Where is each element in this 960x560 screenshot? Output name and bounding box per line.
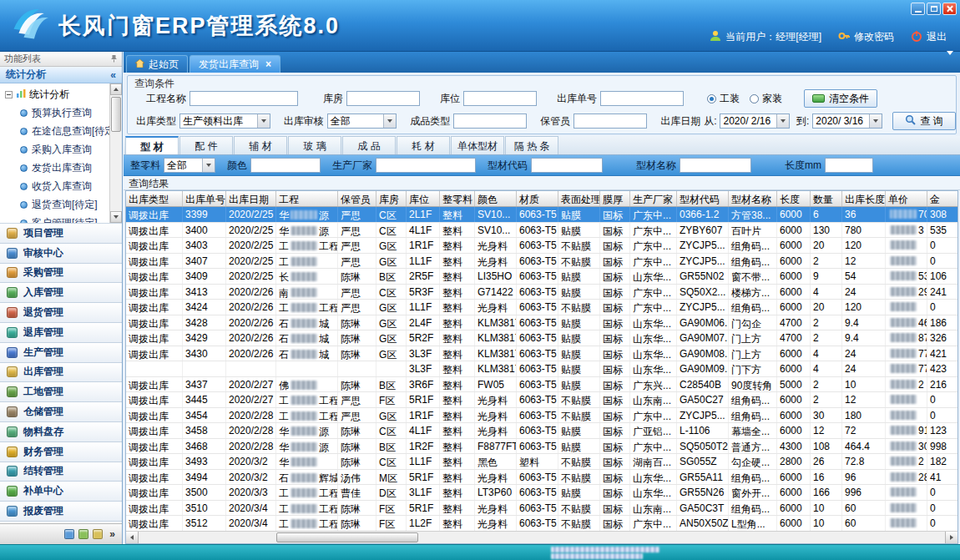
- column-header[interactable]: 生产厂家: [630, 191, 677, 206]
- date-to-picker[interactable]: 2020/ 3/16: [812, 114, 882, 129]
- table-row[interactable]: 调拨出库34682020/2/28华源陈琳B区1R2F整料F8877FT6063…: [126, 439, 957, 455]
- column-header[interactable]: 膜厚: [600, 191, 630, 206]
- material-tab[interactable]: 辅 材: [234, 136, 287, 154]
- table-row[interactable]: 调拨出库34002020/2/25华源严思C区4L1F整料SV10...6063…: [126, 223, 957, 239]
- column-header[interactable]: 出库单号: [183, 191, 226, 206]
- table-row[interactable]: 调拨出库35102020/3/4工工程陈琳F区5R1F整料光身料6063-T5不…: [126, 501, 957, 517]
- logout-button[interactable]: 退出: [911, 30, 947, 44]
- material-tab[interactable]: 耗 材: [397, 136, 450, 154]
- tree-root-statistics[interactable]: 统计分析: [0, 86, 122, 103]
- audit-select[interactable]: 全部: [327, 114, 397, 129]
- tree-item[interactable]: 退货查询[待定]: [0, 195, 122, 214]
- material-tab[interactable]: 隔 热 条: [505, 136, 558, 154]
- keeper-input[interactable]: [573, 114, 647, 129]
- table-row[interactable]: 调拨出库34452020/2/27工工程严思F区5R1F整料光身料6063-T5…: [126, 392, 957, 408]
- table-row[interactable]: 调拨出库33992020/2/25华源严思C区2L1F整料SV10...6063…: [126, 207, 957, 223]
- table-row[interactable]: 调拨出库34582020/2/28华源陈琳C区4L1F整料光身料6063-T5贴…: [126, 423, 957, 439]
- toolbar-icon[interactable]: [93, 529, 103, 539]
- sidebar-item[interactable]: 项目管理: [0, 224, 122, 244]
- sidebar-item[interactable]: 补单中心: [0, 482, 122, 502]
- scroll-left-button[interactable]: [126, 532, 139, 543]
- table-row[interactable]: 调拨出库34282020/2/26石城陈琳G区2L4F整料KLM38176063…: [126, 315, 957, 331]
- sidebar-item[interactable]: 采购管理: [0, 264, 122, 284]
- location-input[interactable]: [463, 91, 537, 106]
- collapse-icon[interactable]: «: [110, 69, 116, 81]
- change-password-button[interactable]: 修改密码: [838, 30, 894, 44]
- chevron-down-icon[interactable]: [869, 114, 882, 128]
- sidebar-item[interactable]: 财务管理: [0, 442, 122, 462]
- table-row[interactable]: 调拨出库34032020/2/25工工程严思G区1R1F整料光身料6063-T5…: [126, 238, 957, 254]
- table-row[interactable]: 调拨出库34942020/3/2石辉城汤伟M区5R1F整料光身料6063-T5不…: [126, 470, 957, 486]
- sidebar-item[interactable]: 结转管理: [0, 462, 122, 482]
- product-type-input[interactable]: [453, 114, 527, 129]
- table-row[interactable]: 调拨出库35002020/3/3工工程曹佳D区3L1F整料LT3P606063-…: [126, 485, 957, 501]
- maximize-button[interactable]: [927, 3, 941, 15]
- sidebar-item[interactable]: 出库管理: [0, 363, 122, 383]
- column-header[interactable]: 出库日期: [226, 191, 276, 206]
- chevron-down-icon[interactable]: [383, 114, 396, 128]
- order-no-input[interactable]: [600, 91, 684, 106]
- sidebar-item[interactable]: 退货管理: [0, 303, 122, 323]
- column-header[interactable]: 单价: [886, 191, 927, 206]
- close-button[interactable]: [942, 3, 957, 15]
- warehouse-input[interactable]: [346, 91, 420, 106]
- material-tab[interactable]: 单体型材: [451, 136, 504, 154]
- table-row[interactable]: 调拨出库34302020/2/26石城陈琳G区3L3F整料KLM38176063…: [126, 346, 957, 362]
- toolbar-icon[interactable]: [78, 529, 88, 539]
- column-header[interactable]: 库房: [376, 191, 407, 206]
- out-type-select[interactable]: 生产领料出库: [179, 114, 270, 129]
- tree-scrollbar[interactable]: [109, 83, 122, 223]
- column-header[interactable]: 颜色: [475, 191, 517, 206]
- radio-gongzhuang[interactable]: 工装: [707, 92, 740, 106]
- tree-item[interactable]: 客户管理[待定]: [0, 214, 122, 224]
- table-row[interactable]: 调拨出库34072020/2/25工严思G区1L1F整料光身料6063-T5不贴…: [126, 254, 957, 270]
- column-header[interactable]: 出库长度: [842, 191, 886, 206]
- project-name-input[interactable]: [189, 91, 298, 106]
- minimize-button[interactable]: [911, 3, 925, 15]
- column-header[interactable]: 型材代码: [677, 191, 729, 206]
- toolbar-icon[interactable]: [64, 529, 74, 539]
- column-header[interactable]: 表面处理: [558, 191, 600, 206]
- close-tab-icon[interactable]: ×: [265, 58, 271, 70]
- material-tab[interactable]: 成 品: [342, 136, 396, 154]
- horizontal-scrollbar[interactable]: [126, 531, 957, 543]
- material-tab[interactable]: 型 材: [125, 136, 179, 154]
- table-row[interactable]: 调拨出库34242020/2/26工工程严思G区1L1F整料光身料6063-T5…: [126, 300, 957, 315]
- table-row[interactable]: 调拨出库34542020/2/28工工程严思G区1R1F整料光身料6063-T5…: [126, 408, 957, 424]
- tab-list-dropdown-icon[interactable]: [947, 55, 953, 67]
- tree-item[interactable]: 预算执行查询: [0, 103, 122, 122]
- chevron-down-icon[interactable]: [257, 114, 270, 128]
- radio-jiazhuang[interactable]: 家装: [750, 92, 782, 106]
- column-header[interactable]: 材质: [517, 191, 558, 206]
- column-header[interactable]: 工程: [276, 191, 338, 206]
- tab-home[interactable]: 起始页: [126, 55, 188, 73]
- column-header[interactable]: 长度: [777, 191, 811, 206]
- date-from-picker[interactable]: 2020/ 2/16: [720, 114, 789, 129]
- sidebar-item[interactable]: 报废管理: [0, 502, 122, 522]
- table-row[interactable]: 3L3F整料KLM38176063-T5贴膜国标山东华...GA90M09...…: [126, 361, 957, 377]
- scroll-thumb[interactable]: [111, 97, 121, 132]
- material-tab[interactable]: 玻 璃: [288, 136, 341, 154]
- table-row[interactable]: 调拨出库35122020/3/4工工程陈琳F区1L2F整料光身料6063-T5不…: [126, 516, 957, 532]
- clear-conditions-button[interactable]: 清空条件: [804, 89, 877, 108]
- column-header[interactable]: 金: [927, 191, 958, 206]
- profile-code-input[interactable]: [531, 158, 603, 173]
- column-header[interactable]: 数量: [811, 191, 842, 206]
- whole-part-select[interactable]: 全部: [164, 158, 215, 173]
- tree-item[interactable]: 在途信息查询[待定]: [0, 122, 122, 140]
- table-row[interactable]: 调拨出库34092020/2/25长陈琳B区2R5F整料LI35HO6063-T…: [126, 269, 957, 285]
- sidebar-item[interactable]: 入库管理: [0, 283, 122, 303]
- table-row[interactable]: 调拨出库34372020/2/27佛陈琳B区3R6F整料FW056063-T5贴…: [126, 377, 957, 393]
- tree-item[interactable]: 发货出库查询: [0, 159, 122, 177]
- color-input[interactable]: [250, 158, 321, 173]
- scroll-right-button[interactable]: [945, 532, 957, 543]
- tree-expander-icon[interactable]: [5, 91, 13, 98]
- column-header[interactable]: 出库类型: [126, 191, 183, 206]
- sidebar-item[interactable]: 仓储管理: [0, 402, 122, 422]
- search-button[interactable]: 查 询: [892, 112, 956, 130]
- tab-shipping-outbound-query[interactable]: 发货出库查询×: [189, 55, 280, 73]
- column-header[interactable]: 型材名称: [729, 191, 777, 206]
- sidebar-item[interactable]: 退库管理: [0, 323, 122, 343]
- tree-item[interactable]: 采购入库查询: [0, 140, 122, 159]
- pin-icon[interactable]: [110, 54, 118, 64]
